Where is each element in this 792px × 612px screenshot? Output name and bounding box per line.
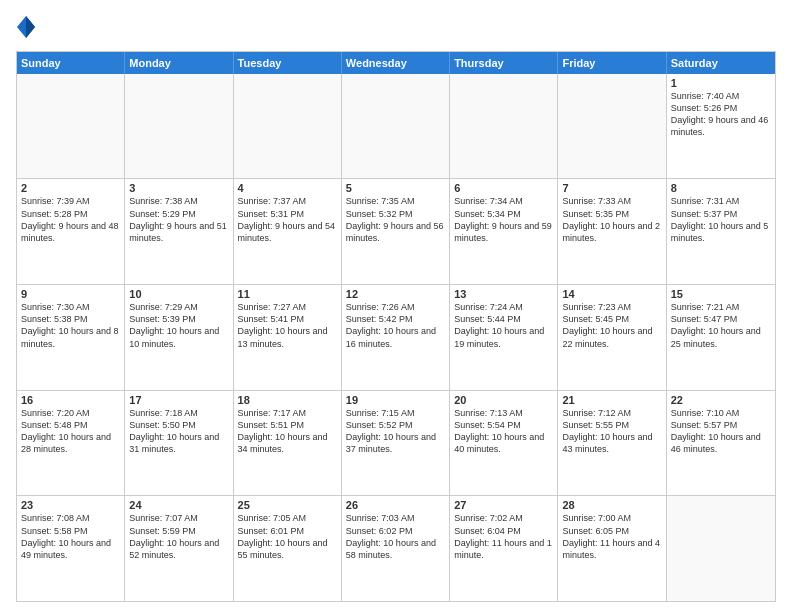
calendar-cell-day-9: 9Sunrise: 7:30 AM Sunset: 5:38 PM Daylig…	[17, 285, 125, 390]
day-info: Sunrise: 7:20 AM Sunset: 5:48 PM Dayligh…	[21, 407, 120, 456]
day-number: 8	[671, 182, 771, 194]
calendar-cell-day-15: 15Sunrise: 7:21 AM Sunset: 5:47 PM Dayli…	[667, 285, 775, 390]
calendar-cell-day-24: 24Sunrise: 7:07 AM Sunset: 5:59 PM Dayli…	[125, 496, 233, 601]
calendar-cell-day-28: 28Sunrise: 7:00 AM Sunset: 6:05 PM Dayli…	[558, 496, 666, 601]
calendar-cell-day-8: 8Sunrise: 7:31 AM Sunset: 5:37 PM Daylig…	[667, 179, 775, 284]
day-number: 9	[21, 288, 120, 300]
day-number: 2	[21, 182, 120, 194]
calendar-cell-day-16: 16Sunrise: 7:20 AM Sunset: 5:48 PM Dayli…	[17, 391, 125, 496]
day-info: Sunrise: 7:08 AM Sunset: 5:58 PM Dayligh…	[21, 512, 120, 561]
calendar-row-1: 1Sunrise: 7:40 AM Sunset: 5:26 PM Daylig…	[17, 74, 775, 179]
calendar-cell-empty	[667, 496, 775, 601]
day-info: Sunrise: 7:38 AM Sunset: 5:29 PM Dayligh…	[129, 195, 228, 244]
day-info: Sunrise: 7:33 AM Sunset: 5:35 PM Dayligh…	[562, 195, 661, 244]
day-number: 15	[671, 288, 771, 300]
day-number: 26	[346, 499, 445, 511]
calendar-cell-day-4: 4Sunrise: 7:37 AM Sunset: 5:31 PM Daylig…	[234, 179, 342, 284]
day-info: Sunrise: 7:07 AM Sunset: 5:59 PM Dayligh…	[129, 512, 228, 561]
day-info: Sunrise: 7:21 AM Sunset: 5:47 PM Dayligh…	[671, 301, 771, 350]
calendar-cell-day-27: 27Sunrise: 7:02 AM Sunset: 6:04 PM Dayli…	[450, 496, 558, 601]
calendar-row-5: 23Sunrise: 7:08 AM Sunset: 5:58 PM Dayli…	[17, 495, 775, 601]
day-info: Sunrise: 7:03 AM Sunset: 6:02 PM Dayligh…	[346, 512, 445, 561]
day-of-week-thursday: Thursday	[450, 52, 558, 74]
day-number: 16	[21, 394, 120, 406]
calendar-cell-day-6: 6Sunrise: 7:34 AM Sunset: 5:34 PM Daylig…	[450, 179, 558, 284]
day-info: Sunrise: 7:30 AM Sunset: 5:38 PM Dayligh…	[21, 301, 120, 350]
calendar-cell-day-18: 18Sunrise: 7:17 AM Sunset: 5:51 PM Dayli…	[234, 391, 342, 496]
day-info: Sunrise: 7:10 AM Sunset: 5:57 PM Dayligh…	[671, 407, 771, 456]
calendar-cell-day-17: 17Sunrise: 7:18 AM Sunset: 5:50 PM Dayli…	[125, 391, 233, 496]
day-number: 5	[346, 182, 445, 194]
calendar-cell-day-7: 7Sunrise: 7:33 AM Sunset: 5:35 PM Daylig…	[558, 179, 666, 284]
calendar-header: SundayMondayTuesdayWednesdayThursdayFrid…	[17, 52, 775, 74]
day-of-week-monday: Monday	[125, 52, 233, 74]
calendar-cell-day-23: 23Sunrise: 7:08 AM Sunset: 5:58 PM Dayli…	[17, 496, 125, 601]
day-info: Sunrise: 7:02 AM Sunset: 6:04 PM Dayligh…	[454, 512, 553, 561]
calendar-cell-empty	[125, 74, 233, 179]
day-of-week-saturday: Saturday	[667, 52, 775, 74]
day-number: 6	[454, 182, 553, 194]
day-number: 19	[346, 394, 445, 406]
day-number: 7	[562, 182, 661, 194]
calendar-cell-empty	[558, 74, 666, 179]
calendar-cell-day-22: 22Sunrise: 7:10 AM Sunset: 5:57 PM Dayli…	[667, 391, 775, 496]
day-number: 10	[129, 288, 228, 300]
calendar-cell-day-13: 13Sunrise: 7:24 AM Sunset: 5:44 PM Dayli…	[450, 285, 558, 390]
calendar-cell-day-3: 3Sunrise: 7:38 AM Sunset: 5:29 PM Daylig…	[125, 179, 233, 284]
day-info: Sunrise: 7:39 AM Sunset: 5:28 PM Dayligh…	[21, 195, 120, 244]
day-info: Sunrise: 7:27 AM Sunset: 5:41 PM Dayligh…	[238, 301, 337, 350]
day-info: Sunrise: 7:12 AM Sunset: 5:55 PM Dayligh…	[562, 407, 661, 456]
calendar-cell-empty	[17, 74, 125, 179]
day-number: 21	[562, 394, 661, 406]
day-of-week-tuesday: Tuesday	[234, 52, 342, 74]
day-info: Sunrise: 7:05 AM Sunset: 6:01 PM Dayligh…	[238, 512, 337, 561]
day-of-week-wednesday: Wednesday	[342, 52, 450, 74]
day-info: Sunrise: 7:40 AM Sunset: 5:26 PM Dayligh…	[671, 90, 771, 139]
day-number: 12	[346, 288, 445, 300]
day-number: 11	[238, 288, 337, 300]
calendar-cell-day-5: 5Sunrise: 7:35 AM Sunset: 5:32 PM Daylig…	[342, 179, 450, 284]
calendar-cell-day-20: 20Sunrise: 7:13 AM Sunset: 5:54 PM Dayli…	[450, 391, 558, 496]
day-number: 20	[454, 394, 553, 406]
day-info: Sunrise: 7:26 AM Sunset: 5:42 PM Dayligh…	[346, 301, 445, 350]
calendar-body: 1Sunrise: 7:40 AM Sunset: 5:26 PM Daylig…	[17, 74, 775, 601]
day-info: Sunrise: 7:35 AM Sunset: 5:32 PM Dayligh…	[346, 195, 445, 244]
calendar: SundayMondayTuesdayWednesdayThursdayFrid…	[16, 51, 776, 602]
calendar-cell-day-11: 11Sunrise: 7:27 AM Sunset: 5:41 PM Dayli…	[234, 285, 342, 390]
day-info: Sunrise: 7:15 AM Sunset: 5:52 PM Dayligh…	[346, 407, 445, 456]
calendar-cell-day-10: 10Sunrise: 7:29 AM Sunset: 5:39 PM Dayli…	[125, 285, 233, 390]
day-number: 24	[129, 499, 228, 511]
day-of-week-friday: Friday	[558, 52, 666, 74]
calendar-cell-day-12: 12Sunrise: 7:26 AM Sunset: 5:42 PM Dayli…	[342, 285, 450, 390]
day-number: 25	[238, 499, 337, 511]
day-number: 23	[21, 499, 120, 511]
calendar-cell-day-14: 14Sunrise: 7:23 AM Sunset: 5:45 PM Dayli…	[558, 285, 666, 390]
day-number: 14	[562, 288, 661, 300]
calendar-cell-day-19: 19Sunrise: 7:15 AM Sunset: 5:52 PM Dayli…	[342, 391, 450, 496]
calendar-cell-empty	[234, 74, 342, 179]
day-info: Sunrise: 7:00 AM Sunset: 6:05 PM Dayligh…	[562, 512, 661, 561]
calendar-cell-empty	[450, 74, 558, 179]
day-number: 13	[454, 288, 553, 300]
day-info: Sunrise: 7:23 AM Sunset: 5:45 PM Dayligh…	[562, 301, 661, 350]
svg-marker-1	[26, 16, 35, 38]
day-info: Sunrise: 7:24 AM Sunset: 5:44 PM Dayligh…	[454, 301, 553, 350]
day-info: Sunrise: 7:13 AM Sunset: 5:54 PM Dayligh…	[454, 407, 553, 456]
day-info: Sunrise: 7:31 AM Sunset: 5:37 PM Dayligh…	[671, 195, 771, 244]
day-info: Sunrise: 7:18 AM Sunset: 5:50 PM Dayligh…	[129, 407, 228, 456]
calendar-cell-day-1: 1Sunrise: 7:40 AM Sunset: 5:26 PM Daylig…	[667, 74, 775, 179]
day-number: 3	[129, 182, 228, 194]
day-info: Sunrise: 7:34 AM Sunset: 5:34 PM Dayligh…	[454, 195, 553, 244]
calendar-row-2: 2Sunrise: 7:39 AM Sunset: 5:28 PM Daylig…	[17, 178, 775, 284]
day-number: 17	[129, 394, 228, 406]
day-number: 27	[454, 499, 553, 511]
day-number: 28	[562, 499, 661, 511]
calendar-cell-day-2: 2Sunrise: 7:39 AM Sunset: 5:28 PM Daylig…	[17, 179, 125, 284]
calendar-cell-day-21: 21Sunrise: 7:12 AM Sunset: 5:55 PM Dayli…	[558, 391, 666, 496]
calendar-cell-day-26: 26Sunrise: 7:03 AM Sunset: 6:02 PM Dayli…	[342, 496, 450, 601]
calendar-row-3: 9Sunrise: 7:30 AM Sunset: 5:38 PM Daylig…	[17, 284, 775, 390]
day-info: Sunrise: 7:37 AM Sunset: 5:31 PM Dayligh…	[238, 195, 337, 244]
day-number: 1	[671, 77, 771, 89]
day-number: 18	[238, 394, 337, 406]
day-number: 4	[238, 182, 337, 194]
